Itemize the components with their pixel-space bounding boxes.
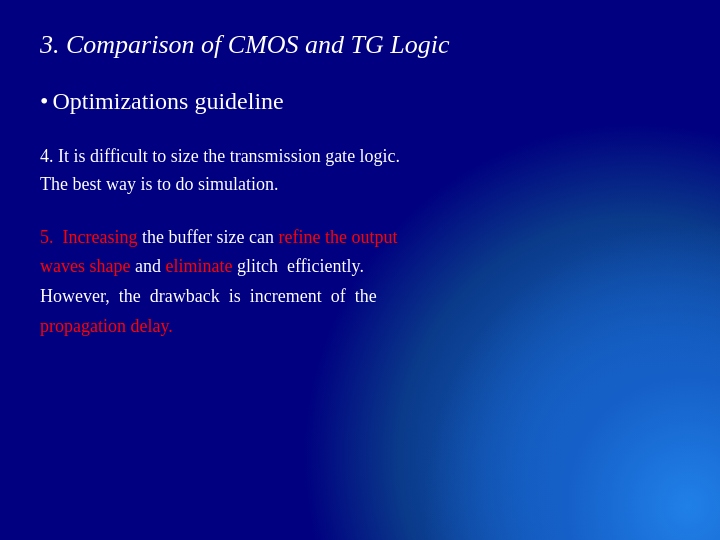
point4-text: It is difficult to size the transmission…: [40, 146, 400, 194]
point5-refine: refine: [279, 227, 321, 247]
point5-intro: 5. Increasing: [40, 227, 137, 247]
point5-and: and: [130, 256, 165, 276]
point-4: 4. It is difficult to size the transmiss…: [40, 143, 680, 199]
point5-however: However, the drawback is increment of th…: [40, 286, 377, 306]
point5-output: output: [352, 227, 398, 247]
slide-title: 3. Comparison of CMOS and TG Logic: [40, 30, 680, 60]
point5-propagation: propagation delay.: [40, 316, 173, 336]
point5-part1: the buffer size can: [137, 227, 278, 247]
point5-waves: waves shape: [40, 256, 130, 276]
point4-number: 4.: [40, 146, 54, 166]
point-5: 5. Increasing the buffer size can refine…: [40, 223, 680, 342]
point5-glitch: glitch efficiently.: [232, 256, 363, 276]
slide-content: 3. Comparison of CMOS and TG Logic Optim…: [0, 0, 720, 372]
slide-subtitle: Optimizations guideline: [40, 88, 680, 115]
point5-eliminate: eliminate: [165, 256, 232, 276]
point5-the: the: [325, 227, 347, 247]
